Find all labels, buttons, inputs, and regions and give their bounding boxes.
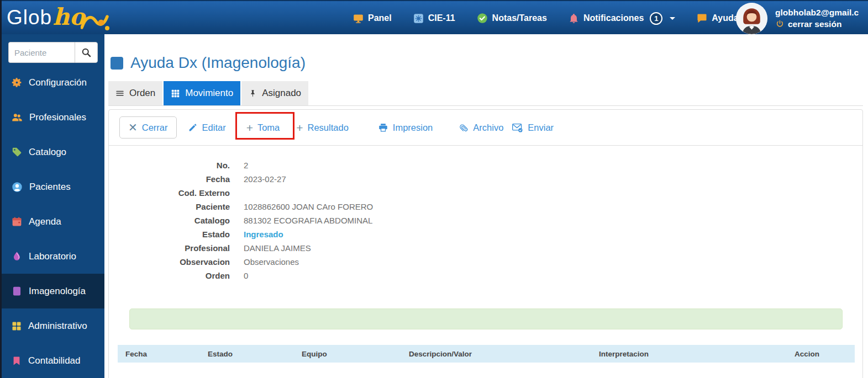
nav-item-notas-tareas[interactable]: Notas/Tareas — [476, 12, 547, 24]
tool-label: Archivo — [473, 123, 503, 133]
detail-label: Catalogo — [109, 214, 230, 227]
search-button[interactable] — [75, 42, 98, 63]
table-header-row: Fecha Estado Equipo Descripcion/Valor In… — [118, 345, 855, 363]
toolbar: ✕ Cerrar Editar + Toma + Resultado — [109, 110, 862, 146]
sidebar-item-label: Agenda — [29, 216, 61, 227]
printer-icon — [378, 123, 388, 133]
sidebar-item-label: Configuración — [29, 77, 87, 88]
detail-value: 881302 ECOGRAFIA ABDOMINAL — [244, 214, 372, 227]
sidebar-item-configuracion[interactable]: Configuración — [0, 65, 104, 100]
pencil-icon — [188, 123, 198, 132]
nav-item-cie11[interactable]: CIE-11 — [413, 13, 455, 24]
tool-label: Editar — [202, 123, 226, 133]
enviar-button[interactable]: Enviar — [512, 123, 554, 133]
sidebar-item-profesionales[interactable]: Profesionales — [0, 100, 104, 135]
detail-row-cod-externo: Cod. Externo — [109, 186, 862, 200]
detail-row-orden: Orden 0 — [109, 269, 862, 283]
archivo-button[interactable]: Archivo — [459, 123, 503, 133]
app-window: Glob ho Panel — [0, 0, 868, 378]
col-header-estado: Estado — [200, 345, 294, 363]
impresion-button[interactable]: Impresion — [378, 123, 433, 133]
account-email: globholab2@gmail.c — [775, 8, 859, 18]
sidebar-item-catalogo[interactable]: Catalogo — [0, 135, 104, 169]
nav-item-label: Notas/Tareas — [492, 13, 547, 23]
user-circle-icon — [11, 181, 23, 193]
detail-label: No. — [109, 158, 230, 172]
toma-button[interactable]: + Toma — [246, 122, 280, 134]
power-icon — [775, 19, 785, 29]
detail-label: Profesional — [109, 241, 230, 255]
detail-label: Paciente — [109, 200, 230, 214]
sidebar-nav: Configuración Profesionales Catalogo — [0, 65, 104, 378]
tab-orden[interactable]: Orden — [108, 81, 162, 105]
close-icon: ✕ — [128, 122, 138, 133]
sidebar-item-administrativo[interactable]: Administrativo — [0, 308, 104, 343]
sidebar-item-label: Imagenología — [29, 286, 86, 297]
account-area: globholab2@gmail.c cerrar sesión — [736, 1, 859, 35]
patient-search-group — [8, 42, 98, 63]
bell-icon — [568, 13, 580, 24]
tool-label: Toma — [257, 123, 280, 133]
nav-item-panel[interactable]: Panel — [353, 13, 392, 24]
chevron-down-icon — [670, 17, 675, 20]
search-icon — [81, 47, 92, 58]
nav-item-label: CIE-11 — [428, 13, 455, 23]
page-title: Ayuda Dx (Imagenología) — [130, 54, 306, 72]
detail-value: 1028862600 JOAN CAro FORERO — [244, 200, 373, 214]
col-header-accion: Accion — [787, 345, 855, 363]
patient-search-input[interactable] — [8, 42, 75, 63]
detail-value: 2 — [244, 158, 248, 172]
detail-label: Fecha — [109, 172, 230, 186]
tool-label: Resultado — [308, 123, 349, 133]
success-alert — [129, 308, 843, 329]
sidebar: Configuración Profesionales Catalogo — [0, 34, 104, 378]
tab-movimiento[interactable]: Movimiento — [164, 81, 240, 105]
cerrar-button[interactable]: ✕ Cerrar — [119, 116, 177, 139]
navbar-menu: Panel CIE-11 — [353, 1, 751, 35]
status-badge[interactable]: Ingresado — [244, 227, 283, 241]
cie11-icon — [413, 13, 424, 24]
plus-icon: + — [246, 122, 253, 134]
col-header-interpretacion: Interpretacion — [591, 345, 787, 363]
col-header-fecha: Fecha — [118, 345, 200, 363]
sidebar-item-pacientes[interactable]: Pacientes — [0, 169, 104, 204]
plus-icon: + — [296, 122, 303, 134]
detail-row-estado: Estado Ingresado — [109, 227, 862, 241]
tag-icon — [11, 146, 23, 158]
sidebar-item-label: Administrativo — [28, 321, 87, 332]
sidebar-item-label: Catalogo — [29, 147, 66, 158]
detail-label: Estado — [109, 227, 230, 241]
user-avatar[interactable] — [736, 3, 767, 34]
pushpin-icon — [249, 89, 257, 98]
nav-item-label: Panel — [368, 13, 392, 23]
resultado-button[interactable]: + Resultado — [296, 122, 349, 134]
detail-value: 0 — [244, 269, 248, 283]
sidebar-item-contabilidad[interactable]: Contabilidad — [0, 343, 104, 378]
sidebar-item-laboratorio[interactable]: Laboratorio — [0, 239, 104, 274]
order-details: No. 2 Fecha 2023-02-27 Cod. Externo Paci… — [109, 146, 862, 283]
tool-label: Cerrar — [142, 123, 168, 133]
tool-label: Enviar — [528, 123, 554, 133]
droplet-icon — [11, 251, 23, 262]
sidebar-item-imagenologia[interactable]: Imagenología — [0, 274, 104, 308]
chat-bubble-icon — [696, 13, 708, 24]
editar-button[interactable]: Editar — [188, 123, 226, 133]
tabs-bar: Orden Movimiento Asignado — [108, 81, 863, 106]
users-icon — [11, 111, 23, 124]
detail-row-fecha: Fecha 2023-02-27 — [109, 172, 862, 186]
detail-label: Cod. Externo — [109, 186, 230, 200]
col-header-equipo: Equipo — [294, 345, 401, 363]
detail-value: 2023-02-27 — [244, 172, 286, 186]
tab-asignado[interactable]: Asignado — [241, 81, 308, 105]
tool-label: Impresion — [393, 123, 433, 133]
movements-table: Fecha Estado Equipo Descripcion/Valor In… — [118, 345, 855, 363]
envelope-check-icon — [512, 123, 523, 133]
logout-button[interactable]: cerrar sesión — [775, 19, 859, 29]
detail-row-catalogo: Catalogo 881302 ECOGRAFIA ABDOMINAL — [109, 214, 862, 227]
nav-item-notificaciones[interactable]: Notificaciones 1 — [568, 12, 675, 25]
logout-label: cerrar sesión — [788, 19, 841, 29]
app-logo[interactable]: Glob ho — [7, 3, 111, 33]
detail-row-paciente: Paciente 1028862600 JOAN CAro FORERO — [109, 200, 862, 214]
sidebar-item-agenda[interactable]: Agenda — [0, 204, 104, 239]
sidebar-item-label: Profesionales — [29, 112, 86, 123]
